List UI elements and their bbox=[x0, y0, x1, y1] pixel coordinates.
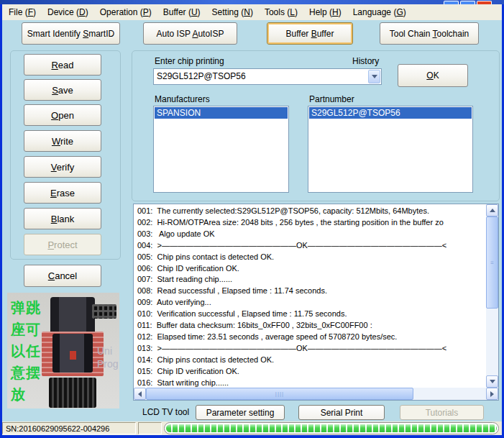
progress-bar bbox=[164, 422, 499, 434]
blank-button[interactable]: Blank bbox=[24, 208, 101, 229]
log-text: 001: The currently selected:S29GL512P@TS… bbox=[134, 204, 486, 388]
scroll-right-button[interactable] bbox=[486, 388, 498, 400]
operation-log[interactable]: 001: The currently selected:S29GL512P@TS… bbox=[133, 204, 499, 401]
scroll-up-button[interactable] bbox=[486, 204, 498, 216]
serial-number-panel: SN:20160629095622-004296 bbox=[2, 422, 136, 434]
enter-chip-label: Enter chip printing bbox=[155, 56, 224, 66]
menu-tools[interactable]: Tools (L) bbox=[265, 7, 298, 17]
tutorials-button: Tutorials bbox=[400, 405, 484, 420]
partnumber-label: Partnumber bbox=[309, 94, 354, 104]
photo-caption-text: 弹跳 座可 以任 意摆 放 bbox=[11, 297, 45, 405]
list-item[interactable]: S29GL512P@TSOP56 bbox=[309, 107, 472, 119]
menu-device[interactable]: Device (D) bbox=[47, 7, 88, 17]
arrow-down-icon bbox=[490, 380, 495, 383]
buffer-button[interactable]: Buffer Buffer bbox=[267, 22, 353, 45]
menu-operation[interactable]: Operation (P) bbox=[100, 7, 152, 17]
photo-brand-text: Uni Prog bbox=[97, 345, 119, 370]
menu-language[interactable]: Language (G) bbox=[353, 7, 406, 17]
arrow-left-icon bbox=[138, 391, 142, 397]
scroll-down-button[interactable] bbox=[486, 375, 498, 388]
smart-identify-button[interactable]: Smart Identify SmartID bbox=[22, 22, 120, 45]
photo-pin-connector bbox=[92, 304, 116, 319]
adapter-photo: 弹跳 座可 以任 意摆 放 Uni Prog bbox=[7, 293, 119, 409]
chip-combo-dropdown-button[interactable] bbox=[368, 70, 380, 83]
menu-help[interactable]: Help (H) bbox=[309, 7, 342, 17]
chip-combo-value: S29GL512P@TSOP56 bbox=[157, 71, 246, 81]
menu-buffer[interactable]: Buffer (U) bbox=[163, 7, 201, 17]
menu-bar: File (F) Device (D) Operation (P) Buffer… bbox=[2, 4, 502, 20]
cancel-button[interactable]: Cancel bbox=[24, 265, 101, 287]
scroll-left-button[interactable] bbox=[134, 388, 146, 400]
progress-bar-fill bbox=[166, 424, 497, 432]
parameter-setting-button[interactable]: Parameter setting bbox=[196, 405, 285, 420]
auto-isp-button[interactable]: Auto ISP AutoISP bbox=[143, 22, 237, 45]
manufacturers-list[interactable]: SPANSION bbox=[153, 106, 289, 193]
window-border-bottom bbox=[0, 435, 504, 438]
app-window: File (F) Device (D) Operation (P) Buffer… bbox=[0, 0, 504, 438]
photo-socket-top bbox=[50, 297, 95, 336]
tool-chain-button[interactable]: Tool Chain Toolchain bbox=[380, 22, 479, 45]
log-horizontal-scrollbar[interactable]: |||| bbox=[134, 388, 498, 400]
status-spacer-panel bbox=[138, 422, 162, 434]
photo-zif-socket bbox=[52, 334, 93, 373]
protect-button: Protect bbox=[24, 234, 101, 255]
status-bar: SN:20160629095622-004296 bbox=[2, 421, 502, 435]
open-button[interactable]: Open bbox=[24, 104, 101, 126]
read-button[interactable]: Read bbox=[24, 54, 101, 76]
menu-setting[interactable]: Setting (N) bbox=[212, 7, 253, 17]
serial-print-button[interactable]: Serial Print bbox=[298, 405, 385, 420]
list-item[interactable]: SPANSION bbox=[155, 107, 288, 119]
arrow-up-icon bbox=[490, 209, 495, 212]
chevron-down-icon bbox=[372, 75, 377, 78]
vertical-scroll-thumb[interactable]: ≡ bbox=[486, 216, 498, 309]
verify-button[interactable]: Verify bbox=[24, 156, 101, 178]
chip-combo[interactable]: S29GL512P@TSOP56 bbox=[153, 68, 382, 85]
history-label: History bbox=[352, 56, 379, 66]
save-button[interactable]: Save bbox=[24, 79, 101, 101]
arrow-right-icon bbox=[490, 391, 494, 397]
erase-button[interactable]: Erase bbox=[24, 182, 101, 204]
ok-button[interactable]: OK bbox=[398, 64, 468, 87]
window-border-left bbox=[0, 4, 2, 438]
photo-socket-bottom bbox=[49, 378, 96, 408]
partnumber-list[interactable]: S29GL512P@TSOP56 bbox=[308, 106, 473, 193]
log-vertical-scrollbar[interactable]: ≡ bbox=[486, 204, 498, 388]
write-button[interactable]: Write bbox=[24, 130, 101, 152]
menu-file[interactable]: File (F) bbox=[9, 7, 36, 17]
manufacturers-label: Manufacturers bbox=[155, 94, 210, 104]
lcd-tv-tool-label: LCD TV tool bbox=[142, 407, 189, 417]
horizontal-scroll-thumb[interactable]: |||| bbox=[146, 388, 413, 400]
